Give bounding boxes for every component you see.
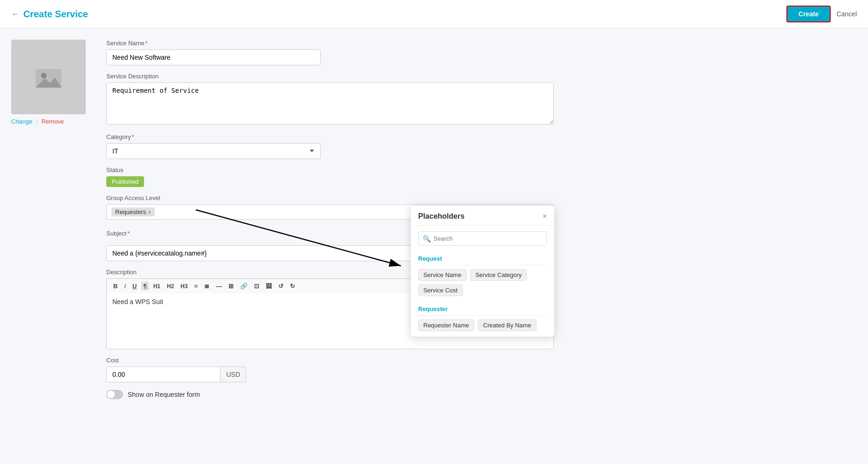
service-description-textarea[interactable]: Requirement of Service	[106, 83, 554, 125]
status-label: Status	[106, 166, 554, 173]
service-name-group: Service Name*	[106, 40, 554, 65]
service-description-label: Service Description	[106, 73, 554, 80]
search-icon: 🔍	[423, 235, 431, 242]
placeholder-tag-service-category[interactable]: Service Category	[470, 269, 527, 281]
cost-input[interactable]	[106, 367, 220, 382]
placeholder-search-input[interactable]	[418, 231, 547, 246]
remove-image-link[interactable]: Remove	[41, 118, 64, 125]
toolbar-link[interactable]: 🔗	[238, 282, 249, 291]
subject-label: Subject*	[106, 230, 130, 237]
header-right: Create Cancel	[786, 6, 857, 22]
create-button[interactable]: Create	[786, 6, 831, 22]
group-tag: Requesters ×	[111, 208, 155, 216]
category-label: Category*	[106, 133, 554, 140]
toolbar-redo[interactable]: ↻	[288, 282, 297, 291]
image-placeholder[interactable]	[11, 40, 86, 114]
cost-group: Cost USD	[106, 357, 554, 382]
group-tag-label: Requesters	[115, 208, 146, 215]
change-image-link[interactable]: Change	[11, 118, 33, 125]
toolbar-undo[interactable]: ↺	[276, 282, 285, 291]
show-requester-toggle[interactable]	[106, 390, 123, 399]
placeholder-tag-service-cost[interactable]: Service Cost	[418, 284, 463, 296]
request-section-title: Request	[411, 251, 554, 265]
service-name-input[interactable]	[106, 49, 321, 65]
toolbar-hr[interactable]: —	[214, 282, 224, 291]
requester-placeholder-tags: Requester Name Created By Name	[411, 316, 554, 337]
toolbar-bullet-list[interactable]: ≡	[193, 282, 200, 291]
service-description-group: Service Description Requirement of Servi…	[106, 73, 554, 126]
popup-search: 🔍	[418, 231, 547, 246]
status-badge: Published	[106, 176, 144, 187]
request-placeholder-tags: Service Name Service Category Service Co…	[411, 265, 554, 302]
image-actions: Change | Remove	[11, 118, 95, 125]
category-group: Category* IT	[106, 133, 554, 159]
toolbar-ordered-list[interactable]: ≣	[202, 282, 211, 291]
placeholder-tag-created-by-name[interactable]: Created By Name	[478, 319, 536, 331]
toolbar-paragraph[interactable]: ¶	[141, 282, 148, 291]
cost-label: Cost	[106, 357, 554, 364]
status-group: Status Published	[106, 166, 554, 187]
page-title: Create Service	[23, 9, 88, 20]
cost-currency: USD	[220, 367, 246, 382]
image-panel: Change | Remove	[11, 40, 95, 399]
placeholder-tag-service-name[interactable]: Service Name	[418, 269, 467, 281]
toolbar-bold[interactable]: B	[111, 282, 119, 291]
cost-row: USD	[106, 367, 246, 382]
header-left: ← Create Service	[11, 9, 88, 20]
svg-point-1	[41, 73, 47, 78]
image-placeholder-icon	[34, 63, 62, 91]
toolbar-table[interactable]: ⊞	[227, 282, 235, 291]
back-arrow-icon[interactable]: ←	[11, 9, 20, 19]
popup-title: Placeholders	[418, 212, 465, 221]
placeholders-popup: Placeholders × 🔍 Request Service Name Se…	[410, 205, 555, 337]
service-name-label: Service Name*	[106, 40, 554, 47]
toolbar-h2[interactable]: H2	[165, 282, 176, 291]
cancel-button[interactable]: Cancel	[836, 10, 857, 18]
toolbar-h3[interactable]: H3	[179, 282, 189, 291]
toolbar-image[interactable]: 🖼	[264, 282, 274, 291]
toggle-row: Show on Requester form	[106, 390, 554, 399]
toolbar-italic[interactable]: I	[122, 282, 128, 291]
group-access-label: Group Access Level	[106, 194, 554, 201]
action-separator: |	[36, 118, 38, 125]
show-requester-label: Show on Requester form	[128, 391, 200, 398]
header: ← Create Service Create Cancel	[0, 0, 868, 28]
toolbar-embed[interactable]: ⊡	[252, 282, 261, 291]
placeholder-tag-requester-name[interactable]: Requester Name	[418, 319, 474, 331]
category-select[interactable]: IT	[106, 143, 321, 159]
popup-header: Placeholders ×	[411, 206, 554, 226]
toolbar-h1[interactable]: H1	[152, 282, 162, 291]
toolbar-underline[interactable]: U	[131, 282, 138, 291]
requester-section-title: Requester	[411, 302, 554, 315]
popup-close-button[interactable]: ×	[543, 212, 547, 221]
group-tag-close-icon[interactable]: ×	[148, 209, 151, 215]
